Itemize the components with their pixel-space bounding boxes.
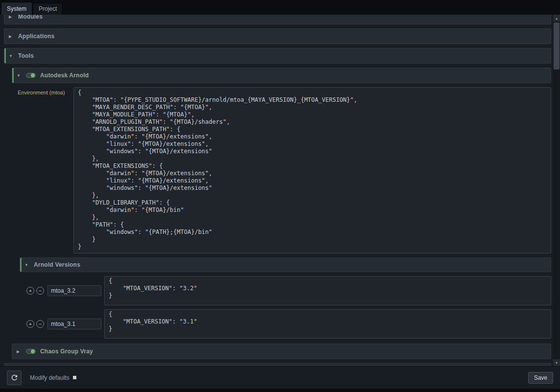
settings-main: ▶ Modules ▶ Applications ▼ Tools ▼ bbox=[0, 15, 560, 366]
refresh-icon bbox=[10, 373, 19, 382]
remove-version-button[interactable]: − bbox=[36, 320, 44, 328]
group-header-arnold-versions[interactable]: ▼ Arnold Versions bbox=[20, 257, 551, 272]
version-name-input[interactable] bbox=[47, 319, 101, 329]
chevron-down-icon: ▼ bbox=[24, 263, 29, 267]
version-row: + − { "MTOA_VERSION": "3.1" } bbox=[26, 309, 551, 339]
group-title-chaos-vray: Chaos Group Vray bbox=[40, 348, 93, 355]
modify-defaults-checkbox[interactable] bbox=[73, 376, 76, 379]
vray-enabled-toggle[interactable] bbox=[26, 349, 36, 354]
settings-scroll-area: ▶ Modules ▶ Applications ▼ Tools ▼ bbox=[0, 15, 553, 366]
group-header-chaos-vray[interactable]: ▶ Chaos Group Vray bbox=[12, 344, 551, 359]
toggle-knob bbox=[31, 349, 35, 353]
section-title-modules: Modules bbox=[18, 15, 43, 20]
vertical-scrollbar[interactable]: ▲ ▼ bbox=[553, 15, 560, 366]
refresh-button[interactable] bbox=[7, 370, 22, 385]
add-version-button[interactable]: + bbox=[26, 320, 34, 328]
window-bottom-edge bbox=[0, 389, 560, 392]
chevron-down-icon: ▼ bbox=[17, 73, 22, 78]
remove-version-button[interactable]: − bbox=[36, 287, 44, 295]
group-title-autodesk-arnold: Autodesk Arnold bbox=[40, 72, 89, 79]
tab-project[interactable]: Project bbox=[33, 3, 63, 15]
tab-bar: System Project bbox=[0, 0, 560, 15]
save-button[interactable]: Save bbox=[528, 372, 553, 384]
section-header-applications[interactable]: ▶ Applications bbox=[4, 28, 551, 44]
chevron-down-icon: ▼ bbox=[9, 54, 14, 58]
arnold-versions-body: + − { "MTOA_VERSION": "3.2" } + − bbox=[20, 276, 551, 339]
environment-editor[interactable]: { "MTOA": "{PYPE_STUDIO_SOFTWARE}/arnold… bbox=[73, 87, 551, 254]
section-title-applications: Applications bbox=[18, 33, 54, 40]
settings-window: System Project ▶ Modules ▶ Applications … bbox=[0, 0, 560, 392]
environment-label: Environment (mtoa) bbox=[18, 87, 70, 95]
tab-system[interactable]: System bbox=[1, 2, 32, 15]
section-title-tools: Tools bbox=[18, 52, 34, 59]
add-version-button[interactable]: + bbox=[26, 287, 34, 295]
chevron-right-icon: ▶ bbox=[17, 349, 22, 354]
group-autodesk-arnold-body: Environment (mtoa) { "MTOA": "{PYPE_STUD… bbox=[12, 87, 551, 359]
down-arrow-icon: ▼ bbox=[555, 361, 559, 365]
group-autodesk-arnold: ▼ Autodesk Arnold Environment (mtoa) { "… bbox=[12, 68, 551, 359]
section-tools-body: ▼ Autodesk Arnold Environment (mtoa) { "… bbox=[4, 68, 551, 359]
chevron-right-icon: ▶ bbox=[9, 15, 14, 19]
group-chaos-vray: ▶ Chaos Group Vray bbox=[12, 344, 551, 359]
environment-field-row: Environment (mtoa) { "MTOA": "{PYPE_STUD… bbox=[18, 87, 551, 254]
up-arrow-icon: ▲ bbox=[555, 17, 559, 20]
scrollbar-track[interactable] bbox=[553, 22, 560, 359]
section-header-modules[interactable]: ▶ Modules bbox=[4, 15, 551, 24]
group-header-autodesk-arnold[interactable]: ▼ Autodesk Arnold bbox=[12, 68, 551, 83]
version-environment-editor[interactable]: { "MTOA_VERSION": "3.1" } bbox=[104, 309, 551, 339]
group-title-arnold-versions: Arnold Versions bbox=[34, 261, 80, 268]
chevron-right-icon: ▶ bbox=[9, 34, 14, 39]
toggle-knob bbox=[31, 73, 35, 77]
scroll-down-button[interactable]: ▼ bbox=[553, 359, 560, 366]
version-row: + − { "MTOA_VERSION": "3.2" } bbox=[26, 276, 551, 305]
section-header-tools[interactable]: ▼ Tools bbox=[4, 48, 551, 64]
footer-bar: Modify defaults Save bbox=[0, 366, 560, 389]
group-arnold-versions: ▼ Arnold Versions + − { "MTOA_VERSION": … bbox=[20, 257, 551, 339]
scroll-up-button[interactable]: ▲ bbox=[553, 15, 560, 22]
scrollbar-thumb[interactable] bbox=[554, 23, 560, 69]
arnold-enabled-toggle[interactable] bbox=[26, 73, 36, 78]
section-tools: ▼ Tools ▼ Autodesk Arnold bbox=[4, 48, 551, 359]
version-name-input[interactable] bbox=[47, 285, 101, 296]
version-environment-editor[interactable]: { "MTOA_VERSION": "3.2" } bbox=[104, 276, 551, 305]
modify-defaults-label[interactable]: Modify defaults bbox=[30, 374, 70, 381]
